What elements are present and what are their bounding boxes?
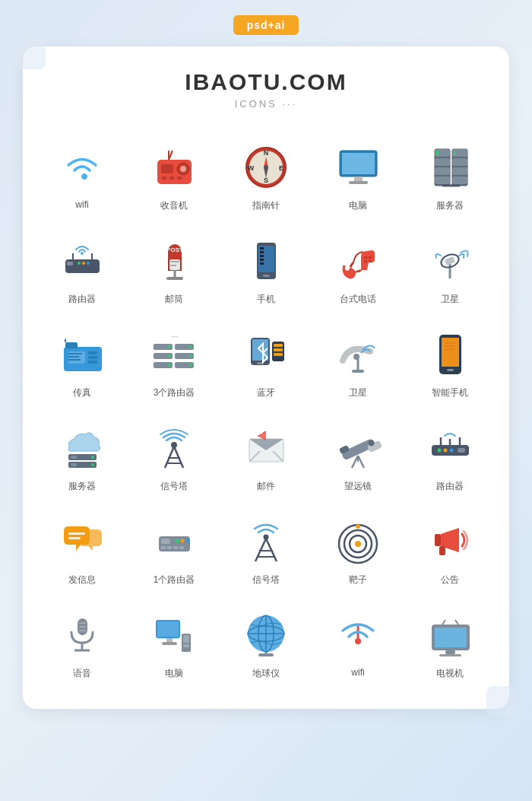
- icon-item-three-routers: ··· 3个路由器: [130, 319, 218, 405]
- icon-label-bluetooth: 蓝牙: [257, 386, 275, 399]
- icon-item-phone: 手机: [222, 226, 310, 312]
- three-routers-icon: ···: [147, 327, 201, 382]
- svg-point-40: [87, 262, 90, 265]
- card-subtitle: ICONS ···: [38, 98, 494, 110]
- icon-label-wifi: wifi: [75, 199, 88, 210]
- svg-rect-65: [369, 260, 372, 262]
- icon-item-server2: 服务器: [38, 413, 126, 499]
- email-icon: [239, 421, 293, 475]
- desk-phone-icon: [331, 234, 385, 288]
- icon-label-computer: 电脑: [349, 199, 367, 212]
- icon-item-mailbox: POST 邮筒: [130, 226, 218, 312]
- icon-item-globe: 地球仪: [222, 600, 310, 686]
- svg-rect-32: [452, 176, 467, 184]
- svg-rect-63: [369, 256, 372, 259]
- svg-rect-190: [439, 654, 461, 656]
- icon-item-smartphone: 智能手机: [406, 319, 494, 405]
- icon-item-tv: 电视机: [406, 600, 494, 686]
- svg-rect-31: [452, 167, 467, 175]
- svg-point-136: [449, 448, 453, 452]
- svg-rect-97: [274, 344, 283, 347]
- svg-rect-175: [183, 635, 189, 643]
- compass-icon: N S W E: [239, 140, 293, 195]
- svg-rect-68: [444, 256, 454, 265]
- svg-rect-150: [173, 546, 178, 549]
- icon-item-compass: N S W E 指南针: [222, 132, 310, 218]
- svg-rect-137: [458, 448, 465, 453]
- svg-rect-144: [161, 539, 170, 544]
- mailbox-icon: POST: [147, 234, 201, 288]
- svg-rect-109: [445, 348, 455, 350]
- icon-label-wifi2: wifi: [351, 667, 364, 678]
- target-icon: [331, 514, 385, 569]
- icon-label-router2: 路由器: [436, 480, 464, 493]
- svg-point-3: [180, 166, 186, 172]
- svg-rect-37: [67, 262, 73, 265]
- svg-point-156: [263, 534, 268, 539]
- icon-item-email: 邮件: [222, 413, 310, 499]
- svg-rect-21: [349, 181, 368, 184]
- svg-point-145: [175, 539, 179, 542]
- svg-rect-50: [170, 261, 179, 262]
- phone-icon: [239, 234, 293, 288]
- icon-label-server: 服务器: [436, 199, 464, 212]
- icon-label-voice: 语音: [73, 667, 91, 680]
- icon-label-satellite: 卫星: [441, 293, 459, 306]
- svg-rect-30: [452, 158, 467, 166]
- telescope-icon: [331, 421, 385, 475]
- icon-label-mailbox: 邮筒: [165, 293, 183, 306]
- svg-rect-78: [68, 359, 81, 361]
- icon-label-three-routers: 3个路由器: [154, 386, 195, 399]
- icon-label-fax: 传真: [73, 386, 91, 399]
- svg-line-192: [455, 620, 458, 625]
- tv-icon: [423, 608, 477, 663]
- icon-item-wifi2: wifi: [314, 600, 402, 686]
- svg-point-17: [264, 165, 268, 170]
- svg-rect-102: [352, 370, 364, 373]
- svg-rect-34: [454, 151, 456, 155]
- svg-point-43: [81, 252, 84, 255]
- svg-point-90: [189, 364, 192, 367]
- svg-rect-20: [354, 176, 363, 181]
- satellite2-icon: [331, 327, 385, 382]
- svg-point-38: [78, 262, 81, 265]
- svg-rect-172: [166, 638, 173, 642]
- icon-label-satellite2: 卫星: [349, 386, 367, 399]
- computer2-icon: [147, 608, 201, 663]
- icon-item-satellite2: 卫星: [314, 319, 402, 405]
- smartphone-icon: [423, 327, 477, 382]
- svg-point-82: [168, 345, 171, 348]
- svg-point-101: [353, 354, 359, 360]
- svg-rect-183: [258, 653, 274, 656]
- svg-rect-61: [265, 247, 273, 250]
- voice-icon: [55, 608, 109, 663]
- svg-text:···: ···: [171, 332, 177, 341]
- svg-point-135: [443, 448, 447, 452]
- svg-rect-27: [435, 176, 450, 184]
- icon-label-announcement: 公告: [441, 574, 459, 586]
- svg-rect-169: [79, 630, 86, 631]
- server-icon: [423, 140, 477, 195]
- icon-label-smartphone: 智能手机: [432, 386, 468, 399]
- icon-label-signal-tower: 信号塔: [160, 480, 188, 493]
- svg-point-83: [168, 354, 171, 358]
- svg-rect-26: [435, 167, 450, 175]
- top-badge: psd+ai: [233, 15, 299, 35]
- svg-rect-142: [68, 537, 81, 539]
- icon-item-wifi: wifi: [38, 132, 126, 218]
- icon-item-message: 发信息: [38, 507, 126, 593]
- svg-rect-60: [260, 262, 264, 265]
- icon-label-email: 邮件: [257, 480, 275, 493]
- card-header: IBAOTU.COM ICONS ···: [38, 69, 494, 110]
- svg-rect-107: [445, 342, 455, 344]
- svg-rect-99: [274, 353, 283, 356]
- svg-rect-167: [79, 622, 86, 624]
- svg-rect-6: [177, 176, 182, 180]
- radio-icon: [147, 140, 201, 195]
- icon-item-satellite: 卫星: [406, 226, 494, 312]
- svg-rect-98: [274, 348, 283, 351]
- svg-rect-149: [167, 546, 172, 549]
- announcement-icon: [423, 514, 477, 569]
- svg-text:N: N: [263, 149, 268, 157]
- svg-rect-114: [71, 456, 77, 459]
